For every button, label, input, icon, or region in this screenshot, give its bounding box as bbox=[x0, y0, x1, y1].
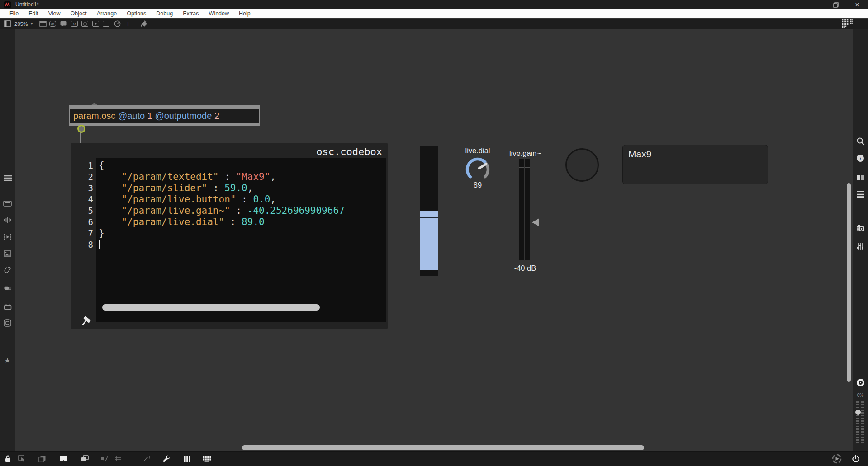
code-line: 8 bbox=[82, 239, 384, 250]
message-box-icon[interactable]: m bbox=[48, 19, 57, 29]
audio-waveform-icon[interactable] bbox=[0, 214, 15, 226]
maximize-button[interactable] bbox=[829, 0, 843, 9]
dial-track-arc bbox=[485, 164, 488, 177]
max-app-icon bbox=[4, 1, 11, 8]
slider-thumb-line bbox=[420, 217, 438, 218]
menu-arrange[interactable]: Arrange bbox=[92, 10, 122, 17]
gain-meter-bar bbox=[519, 159, 524, 260]
paint-bucket-icon[interactable] bbox=[139, 19, 150, 29]
param-osc-text: param.osc @auto 1 @outputmode 2 bbox=[69, 109, 260, 123]
mixer-icon[interactable] bbox=[853, 240, 868, 252]
menu-icon[interactable] bbox=[0, 172, 15, 184]
object-frame-icon[interactable] bbox=[0, 317, 15, 329]
outlet-port[interactable] bbox=[77, 125, 85, 133]
zoom-dropdown[interactable]: 205% ▼ bbox=[14, 19, 33, 29]
hammer-compile-icon[interactable] bbox=[80, 315, 91, 329]
menu-window[interactable]: Window bbox=[204, 10, 234, 17]
slider-object[interactable] bbox=[420, 146, 438, 276]
patchcords-add-icon[interactable] bbox=[140, 451, 153, 466]
object-palette-grid-icon[interactable] bbox=[841, 19, 853, 29]
horizontal-scrollbar[interactable] bbox=[242, 445, 644, 450]
playbar-icon[interactable] bbox=[91, 19, 100, 29]
attr-auto: @auto bbox=[115, 111, 145, 121]
textedit-object[interactable]: Max9 bbox=[622, 145, 768, 184]
button-icon[interactable] bbox=[81, 19, 89, 29]
console-icon[interactable] bbox=[0, 198, 15, 209]
menu-object[interactable]: Object bbox=[66, 10, 92, 17]
number-box-icon[interactable] bbox=[102, 19, 110, 29]
lock-icon[interactable] bbox=[1, 451, 14, 466]
duplicate-icon[interactable] bbox=[78, 451, 91, 466]
cpu-meter-left bbox=[856, 401, 859, 445]
object-box-icon[interactable] bbox=[38, 19, 47, 29]
sidebar-toggle-icon[interactable] bbox=[3, 19, 12, 29]
bottom-toolbar bbox=[0, 451, 868, 466]
wrench-icon[interactable] bbox=[160, 451, 173, 466]
snippets-band-icon[interactable] bbox=[0, 301, 15, 313]
left-sidebar: ★ bbox=[0, 29, 15, 451]
layers-icon[interactable] bbox=[35, 451, 49, 466]
cpu-percent-label: 0% bbox=[853, 393, 868, 398]
camera-icon[interactable] bbox=[853, 222, 868, 234]
power-icon[interactable] bbox=[849, 451, 863, 466]
transport-dial-icon[interactable] bbox=[113, 19, 122, 29]
menu-options[interactable]: Options bbox=[122, 10, 151, 17]
code-line: 5 "/param/live.gain~" : -40.252696990966… bbox=[82, 205, 384, 217]
plug-icon[interactable] bbox=[0, 282, 15, 294]
presentation-board-icon[interactable] bbox=[57, 451, 70, 466]
dial-needle bbox=[479, 164, 486, 169]
toggle-icon[interactable]: × bbox=[70, 19, 79, 29]
live-gain-meter[interactable] bbox=[519, 159, 531, 260]
minimize-button[interactable] bbox=[809, 0, 823, 9]
cpu-meter-knob[interactable] bbox=[855, 410, 861, 415]
grid-icon[interactable] bbox=[111, 451, 125, 466]
window-title: Untitled1* bbox=[15, 1, 39, 8]
object-selection-frame-top bbox=[69, 105, 260, 109]
chevron-down-icon: ▼ bbox=[30, 22, 33, 25]
split-view-icon[interactable] bbox=[853, 172, 868, 184]
menu-help[interactable]: Help bbox=[234, 10, 256, 17]
menu-extras[interactable]: Extras bbox=[178, 10, 204, 17]
audio-off-icon[interactable] bbox=[98, 451, 111, 466]
code-line: 7} bbox=[82, 228, 384, 239]
osc-codebox-panel: osc.codebox 1{ 2 "/param/textedit" : "Ma… bbox=[71, 143, 388, 329]
menu-edit[interactable]: Edit bbox=[24, 10, 43, 17]
menu-file[interactable]: File bbox=[5, 10, 24, 17]
code-line: 2 "/param/textedit" : "Max9", bbox=[82, 171, 384, 183]
live-dial-knob[interactable] bbox=[464, 155, 491, 184]
vertical-scrollbar[interactable] bbox=[847, 183, 851, 382]
close-button[interactable]: × bbox=[850, 0, 864, 9]
keyboard-quickref-icon[interactable] bbox=[200, 451, 213, 466]
favorites-star-icon[interactable]: ★ bbox=[0, 354, 15, 366]
svg-text:i: i bbox=[859, 155, 861, 162]
selection-box-icon[interactable] bbox=[15, 451, 28, 466]
dial-value-arc bbox=[467, 159, 486, 177]
live-gain-label: live.gain~ bbox=[503, 149, 548, 158]
audition-play-icon[interactable] bbox=[830, 451, 844, 466]
param-osc-object[interactable]: param.osc @auto 1 @outputmode 2 bbox=[69, 105, 260, 126]
paperclip-icon[interactable] bbox=[0, 264, 15, 276]
comment-icon[interactable] bbox=[59, 19, 68, 29]
info-icon[interactable]: i bbox=[853, 152, 868, 164]
text-cursor bbox=[99, 240, 100, 249]
cpu-meter-right bbox=[861, 401, 864, 445]
code-line: 4 "/param/live.button" : 0.0, bbox=[82, 194, 384, 205]
objects-piano-icon[interactable] bbox=[180, 451, 194, 466]
live-dial-value: 89 bbox=[464, 181, 491, 189]
activity-record-icon[interactable] bbox=[857, 379, 864, 386]
textedit-value: Max9 bbox=[628, 149, 651, 159]
menu-debug[interactable]: Debug bbox=[151, 10, 178, 17]
search-icon[interactable] bbox=[853, 135, 868, 147]
images-icon[interactable] bbox=[0, 248, 15, 259]
live-gain-readout: -40 dB bbox=[503, 264, 548, 273]
live-button-object[interactable] bbox=[565, 148, 599, 182]
live-dial-label: live.dial bbox=[460, 146, 496, 155]
patcher-toolbar: 205% ▼ m × + bbox=[0, 19, 868, 29]
gain-slider-triangle-handle[interactable] bbox=[532, 218, 539, 226]
codebox-horizontal-scrollbar[interactable] bbox=[102, 304, 320, 311]
add-object-icon[interactable]: + bbox=[123, 19, 133, 29]
video-icon[interactable] bbox=[0, 231, 15, 243]
menu-view[interactable]: View bbox=[43, 10, 66, 17]
list-icon[interactable] bbox=[853, 188, 868, 200]
gain-meter-bar bbox=[525, 159, 530, 260]
